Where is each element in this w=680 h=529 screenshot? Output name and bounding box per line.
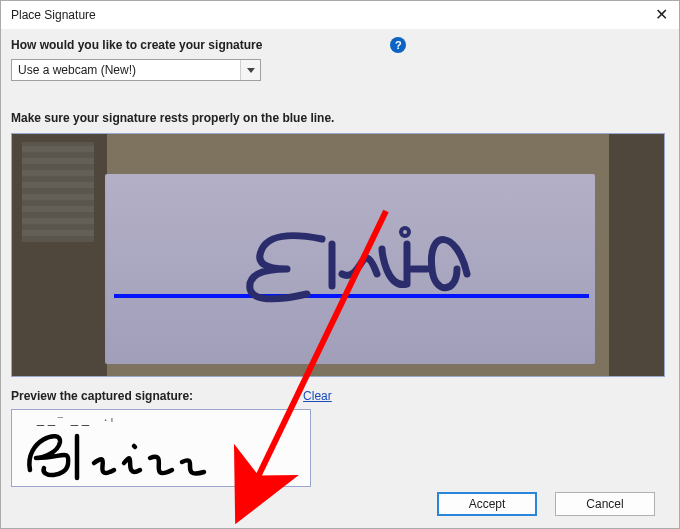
cancel-button[interactable]: Cancel [555,492,655,516]
dropdown-button[interactable] [240,60,260,80]
window-title: Place Signature [11,8,96,22]
preview-label-row: Preview the captured signature: Clear [11,389,669,403]
webcam-dark-right [609,134,664,376]
webcam-signature-glyph [222,214,522,309]
background-object [22,142,94,242]
place-signature-dialog: Place Signature ✕ How would you like to … [0,0,680,529]
instruction-text: Make sure your signature rests properly … [11,111,669,125]
preview-label: Preview the captured signature: [11,389,193,403]
svg-point-0 [401,228,409,236]
prompt-row: How would you like to create your signat… [11,37,669,53]
dropdown-selected-value: Use a webcam (New!) [12,60,240,80]
accept-button[interactable]: Accept [437,492,537,516]
dialog-content: How would you like to create your signat… [1,29,679,487]
help-icon[interactable]: ? [390,37,406,53]
creation-method-dropdown[interactable]: Use a webcam (New!) [11,59,261,81]
create-prompt: How would you like to create your signat… [11,38,262,52]
preview-signature-glyph [22,428,247,483]
clear-link[interactable]: Clear [303,389,332,403]
captured-signature-preview: ‒‒‾ ‒‒ ˙ˈ [11,409,311,487]
webcam-preview [11,133,665,377]
titlebar: Place Signature ✕ [1,1,679,29]
dialog-buttons: Accept Cancel [437,492,655,516]
close-icon[interactable]: ✕ [651,7,671,23]
chevron-down-icon [247,68,255,73]
